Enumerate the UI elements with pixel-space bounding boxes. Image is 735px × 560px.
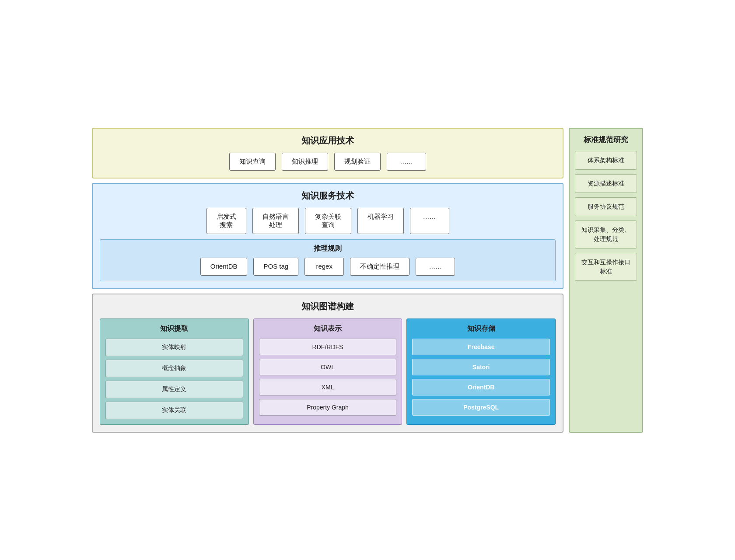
- subsection-item-0: OrientDB: [200, 258, 248, 276]
- right-item-3: 知识采集、分类、处理规范: [575, 220, 637, 248]
- subsection-tuili: 推理规则 OrientDB POS tag regex 不确定性推理 ……: [100, 239, 556, 281]
- right-item-1: 资源描述标准: [575, 174, 637, 193]
- right-item-0: 体系架构标准: [575, 151, 637, 170]
- section-gouzhi: 知识图谱构建 知识提取 实体映射 概念抽象 属性定义 实体关联 知识表示 RDF…: [92, 294, 564, 433]
- subsection-title: 推理规则: [105, 244, 550, 253]
- col3-title: 知识存储: [412, 324, 550, 333]
- col-tiqv: 知识提取 实体映射 概念抽象 属性定义 实体关联: [100, 318, 249, 425]
- col3-item-0: Freebase: [412, 339, 550, 355]
- col-biaosha: 知识表示 RDF/RDFS OWL XML Property Graph: [253, 318, 402, 425]
- left-panel: 知识应用技术 知识查询 知识推理 规划验证 …… 知识服务技术 启发式 搜索 自…: [92, 128, 564, 433]
- section2-item-1: 自然语言 处理: [252, 208, 299, 234]
- col1-item-2: 属性定义: [105, 381, 243, 398]
- col1-title: 知识提取: [105, 324, 243, 333]
- col2-item-3: Property Graph: [259, 399, 397, 416]
- section2-item-4: ……: [410, 208, 449, 234]
- col2-item-1: OWL: [259, 359, 397, 375]
- right-title: 标准规范研究: [575, 135, 637, 145]
- section1-items-row: 知识查询 知识推理 规划验证 ……: [100, 153, 556, 171]
- col1-item-3: 实体关联: [105, 402, 243, 419]
- section-yingyong: 知识应用技术 知识查询 知识推理 规划验证 ……: [92, 128, 564, 178]
- section3-title: 知识图谱构建: [100, 301, 556, 312]
- subsection-item-3: 不确定性推理: [350, 258, 410, 276]
- section2-item-0: 启发式 搜索: [206, 208, 246, 234]
- col2-item-0: RDF/RDFS: [259, 339, 397, 355]
- col1-item-1: 概念抽象: [105, 360, 243, 377]
- subsection-item-1: POS tag: [253, 258, 298, 276]
- right-item-4: 交互和互操作接口标准: [575, 253, 637, 281]
- col2-title: 知识表示: [259, 324, 397, 333]
- section2-item-2: 复杂关联 查询: [305, 208, 351, 234]
- main-container: 知识应用技术 知识查询 知识推理 规划验证 …… 知识服务技术 启发式 搜索 自…: [92, 128, 643, 433]
- col3-item-2: OrientDB: [412, 379, 550, 396]
- section2-title: 知识服务技术: [100, 190, 556, 202]
- col2-item-2: XML: [259, 379, 397, 396]
- subsection-item-2: regex: [304, 258, 344, 276]
- section-fuwu: 知识服务技术 启发式 搜索 自然语言 处理 复杂关联 查询 机器学习: [92, 183, 564, 289]
- section1-title: 知识应用技术: [100, 135, 556, 147]
- section2-item-3: 机器学习: [357, 208, 404, 234]
- subsection-item-4: ……: [416, 258, 455, 276]
- three-cols: 知识提取 实体映射 概念抽象 属性定义 实体关联 知识表示 RDF/RDFS O…: [100, 318, 556, 425]
- section2-items-row: 启发式 搜索 自然语言 处理 复杂关联 查询 机器学习 ……: [100, 208, 556, 234]
- section1-item-3: ……: [387, 153, 426, 171]
- col-cunchu: 知识存储 Freebase Satori OrientDB PostgreSQL: [406, 318, 556, 425]
- col3-item-1: Satori: [412, 359, 550, 375]
- section1-item-2: 规划验证: [334, 153, 381, 171]
- section1-item-1: 知识推理: [282, 153, 328, 171]
- subsection-items-row: OrientDB POS tag regex 不确定性推理 ……: [105, 258, 550, 276]
- right-panel: 标准规范研究 体系架构标准 资源描述标准 服务协议规范 知识采集、分类、处理规范…: [569, 128, 643, 433]
- col3-item-3: PostgreSQL: [412, 399, 550, 416]
- right-item-2: 服务协议规范: [575, 197, 637, 216]
- section1-item-0: 知识查询: [229, 153, 276, 171]
- col1-item-0: 实体映射: [105, 339, 243, 356]
